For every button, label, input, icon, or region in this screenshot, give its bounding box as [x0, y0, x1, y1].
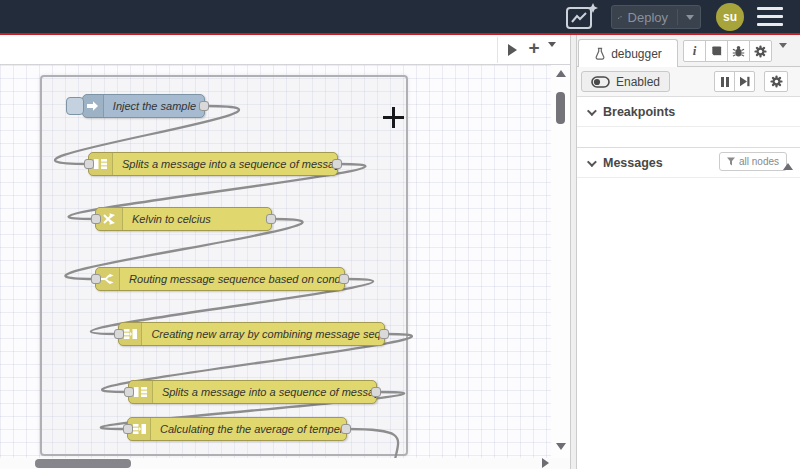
node-label: Kelvin to celcius — [123, 213, 220, 225]
section-breakpoints-header[interactable]: Breakpoints — [577, 97, 800, 126]
info-icon: i — [693, 43, 697, 59]
input-port[interactable] — [91, 214, 101, 224]
node-label: Creating new array by combining message … — [142, 328, 384, 340]
sidebar-splitter[interactable] — [570, 35, 577, 469]
book-icon — [710, 45, 723, 58]
flow-node-switch[interactable]: Routing message sequence based on condit… — [95, 267, 345, 291]
add-flow-button[interactable]: + — [524, 37, 544, 61]
hamburger-icon — [757, 7, 783, 10]
input-port[interactable] — [114, 329, 124, 339]
output-port[interactable] — [371, 387, 381, 397]
node-label: Splits a message into a sequence of mess… — [153, 386, 376, 398]
deploy-label: Deploy — [628, 10, 668, 25]
section-messages-header[interactable]: Messages all nodes — [577, 148, 800, 177]
node-label: Splits a message into a sequence of mess… — [113, 158, 337, 170]
workspace-tab-bar: + — [0, 35, 570, 65]
canvas-horizontal-scrollbar-thumb[interactable] — [35, 459, 131, 468]
sidebar: debugger i — [577, 35, 800, 469]
chevron-down-icon — [779, 43, 787, 65]
output-port[interactable] — [339, 274, 349, 284]
node-red-app: Deploy su + I — [0, 0, 800, 469]
flow-node-split-1[interactable]: Splits a message into a sequence of mess… — [88, 152, 338, 176]
flow-node-join-1[interactable]: Creating new array by combining message … — [118, 322, 385, 346]
node-label: Calculating the the average of temperatu… — [151, 423, 346, 435]
tabbar-divider — [497, 37, 498, 63]
debugger-settings-button[interactable] — [764, 71, 788, 92]
chevron-down-icon — [587, 157, 597, 167]
config-tab-button[interactable] — [749, 40, 772, 62]
flow-canvas[interactable]: Inject the sample data Splits a message … — [0, 65, 570, 458]
output-port[interactable] — [199, 101, 209, 111]
flow-node-split-2[interactable]: Splits a message into a sequence of mess… — [128, 380, 377, 404]
input-port[interactable] — [91, 274, 101, 284]
flow-node-inject[interactable]: Inject the sample data — [82, 94, 205, 118]
step-button[interactable] — [734, 71, 755, 92]
sidebar-scroll-up-button[interactable] — [783, 163, 793, 170]
debugger-panel: Breakpoints Messages all nodes — [577, 97, 800, 468]
help-tab-button[interactable] — [705, 40, 728, 62]
canvas-horizontal-scrollbar — [0, 458, 570, 469]
sidebar-tab-buttons: i — [683, 40, 772, 62]
flow-export-button[interactable] — [564, 3, 600, 30]
inject-arrow-icon — [83, 95, 104, 117]
info-tab-button[interactable]: i — [683, 40, 706, 62]
input-port[interactable] — [123, 424, 133, 434]
chevron-down-icon — [686, 15, 694, 20]
header-bar: Deploy su — [0, 0, 800, 33]
deploy-icon — [618, 11, 622, 24]
message-filter-button[interactable]: all nodes — [719, 152, 787, 171]
debugger-enabled-toggle[interactable]: Enabled — [581, 71, 670, 92]
enabled-label: Enabled — [616, 75, 660, 89]
output-port[interactable] — [332, 159, 342, 169]
chevron-down-icon — [587, 106, 597, 116]
filter-funnel-icon — [727, 157, 735, 166]
output-port[interactable] — [379, 329, 389, 339]
pause-button[interactable] — [714, 71, 735, 92]
tab-label: debugger — [611, 47, 662, 61]
input-port[interactable] — [124, 387, 134, 397]
debugger-play-controls — [714, 71, 755, 92]
deploy-options-button[interactable] — [677, 9, 694, 25]
user-avatar[interactable]: su — [716, 3, 744, 31]
section-title: Breakpoints — [603, 105, 675, 119]
wire[interactable] — [348, 429, 398, 458]
flow-node-change[interactable]: Kelvin to celcius — [95, 207, 272, 231]
section-title: Messages — [603, 156, 663, 170]
input-port[interactable] — [84, 159, 94, 169]
tab-scroll-right-button[interactable] — [508, 44, 517, 56]
output-port[interactable] — [341, 424, 351, 434]
toggle-icon — [591, 76, 610, 88]
flow-node-join-2[interactable]: Calculating the the average of temperatu… — [127, 417, 347, 441]
messages-list — [577, 177, 800, 203]
canvas-vertical-scrollbar-thumb[interactable] — [556, 92, 565, 124]
canvas-scroll-down-button[interactable] — [556, 443, 566, 450]
canvas-scroll-right-button[interactable] — [542, 458, 549, 468]
flow-chart-icon — [565, 3, 599, 31]
breakpoints-list — [577, 126, 800, 148]
flow-list-button[interactable] — [548, 47, 556, 65]
chevron-down-icon — [548, 42, 556, 64]
flask-icon — [594, 47, 606, 61]
tab-debugger[interactable]: debugger — [578, 39, 678, 67]
filter-label: all nodes — [739, 156, 779, 167]
main-menu-button[interactable] — [757, 7, 783, 26]
pause-icon — [721, 77, 729, 87]
crosshair-cursor — [383, 107, 404, 128]
debug-tab-button[interactable] — [727, 40, 750, 62]
sidebar-options-button[interactable] — [779, 48, 787, 66]
gear-icon — [770, 75, 783, 88]
output-port[interactable] — [266, 214, 276, 224]
debugger-toolbar: Enabled — [577, 67, 800, 97]
deploy-button[interactable]: Deploy — [611, 5, 701, 29]
bug-icon — [732, 45, 745, 58]
step-icon — [739, 76, 750, 87]
canvas-scroll-up-button[interactable] — [556, 70, 566, 77]
node-label: Routing message sequence based on condit… — [120, 273, 344, 285]
node-label: Inject the sample data — [104, 100, 204, 112]
gear-icon — [754, 45, 767, 58]
sidebar-tab-bar: debugger i — [577, 35, 800, 67]
inject-trigger-button[interactable] — [66, 97, 84, 115]
